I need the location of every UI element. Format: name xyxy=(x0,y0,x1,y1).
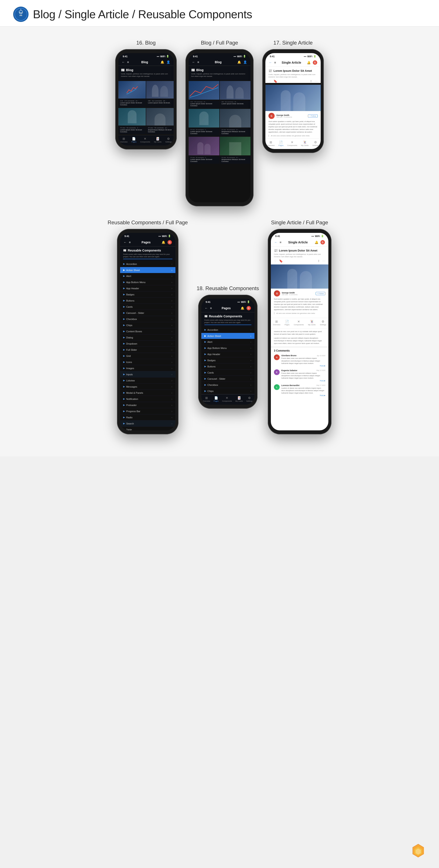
share-icon[interactable]: ⬆ xyxy=(310,80,312,83)
rc-item-grid[interactable]: ▶Grid › xyxy=(120,353,176,359)
r18-item-accordion[interactable]: ▶Accordion › xyxy=(201,327,254,333)
more-icon[interactable]: ⋯ xyxy=(315,80,318,83)
rc-item-listview[interactable]: ▶Listview › xyxy=(120,377,176,384)
saf-right-icons[interactable]: 🔔 G xyxy=(315,240,325,245)
right-icons-full[interactable]: 🔔 👤 xyxy=(237,60,247,64)
r18-item-app-bottom[interactable]: ▶App Bottom Menu › xyxy=(201,345,254,351)
sa-nav-mycards[interactable]: 🃏 My Cards xyxy=(301,141,309,146)
menu-icon-full[interactable]: ≡ xyxy=(197,60,199,64)
saf-more-icon[interactable]: ⋯ xyxy=(322,259,325,263)
rc-item-cards[interactable]: ▶Cards › xyxy=(120,304,176,310)
r18-item-alert[interactable]: ▶Alert › xyxy=(201,339,254,345)
menu-icon[interactable]: ≡ xyxy=(127,60,129,64)
r18-right-icons[interactable]: 🔔 G xyxy=(241,306,251,310)
r18-item-carousel[interactable]: ▶Carousel - Slider › xyxy=(201,376,254,382)
rc-right-icons[interactable]: 🔔 G xyxy=(162,240,172,245)
r18-nav-components[interactable]: ✕ Components xyxy=(222,396,232,402)
rc-item-app-header[interactable]: ▶App Header › xyxy=(120,285,176,291)
rc-item-buttons[interactable]: ▶Buttons › xyxy=(120,298,176,304)
r18-nav-pages[interactable]: 📄 Pages xyxy=(214,396,219,402)
rc-item-modal[interactable]: ▶Modal & Panels › xyxy=(120,390,176,396)
rc-item-inputs[interactable]: ▶Inputs › xyxy=(120,371,176,377)
saf-back-icon[interactable]: ← xyxy=(274,241,277,244)
left-icons-full[interactable]: ← ≡ xyxy=(192,60,199,64)
rc-item-chips[interactable]: ▶Chips › xyxy=(120,322,176,328)
saf-menu-icon[interactable]: ≡ xyxy=(280,241,281,244)
r18-item-buttons[interactable]: ▶Buttons › xyxy=(201,364,254,370)
saf-like-icon[interactable]: ♡ xyxy=(274,259,277,263)
saf-share-icon[interactable]: ⬆ xyxy=(317,259,320,263)
rc-item-badges[interactable]: ▶Badges › xyxy=(120,291,176,298)
r18-menu-icon[interactable]: ≡ xyxy=(210,306,212,310)
rc-item-action-sheet[interactable]: ▶Action Sheet › xyxy=(120,267,176,273)
sa-menu-icon[interactable]: ≡ xyxy=(274,61,276,64)
rc-item-content-boxes[interactable]: ▶Content Boxes › xyxy=(120,328,176,335)
rc-item-carousel[interactable]: ▶Carousel - Slider › xyxy=(120,310,176,316)
nav-overview[interactable]: ⊞ Overview xyxy=(120,137,128,143)
comment-1-reply[interactable]: Reply ▶ xyxy=(281,365,325,367)
r18-nav-settings[interactable]: ⚙ Settings xyxy=(246,396,253,402)
r18-nav-overview[interactable]: ⊞ Overview xyxy=(203,396,210,402)
rc-item-notification[interactable]: ▶Notification › xyxy=(120,396,176,402)
r18-nav-mycards[interactable]: 🃏 My Cards xyxy=(235,396,243,402)
rc-item-full-slider[interactable]: ▶Full Slider › xyxy=(120,347,176,353)
back-icon[interactable]: ← xyxy=(122,60,125,64)
sa-profile-icon[interactable]: G xyxy=(313,60,317,65)
rc-item-radio[interactable]: ▶Radio › xyxy=(120,414,176,421)
rc-item-messages[interactable]: ▶Messages › xyxy=(120,384,176,390)
nav-mycards[interactable]: 🃏 My Cards xyxy=(154,137,162,143)
r18-item-badges[interactable]: ▶Badges › xyxy=(201,357,254,364)
rc-item-progress-bar[interactable]: ▶Progress Bar › xyxy=(120,408,176,414)
sa-left-icons[interactable]: ← ≡ xyxy=(269,61,276,64)
rc-menu-icon[interactable]: ≡ xyxy=(129,241,131,244)
rc-item-dropdown[interactable]: ▶Dropdown › xyxy=(120,341,176,347)
r18-item-chips[interactable]: ▶Chips › xyxy=(201,388,254,394)
profile-icon-full[interactable]: 👤 xyxy=(243,60,247,64)
saf-follow-btn[interactable]: + Follow xyxy=(316,292,325,295)
profile-icon[interactable]: 👤 xyxy=(166,60,170,64)
rc-item-checkbox[interactable]: ▶Checkbox › xyxy=(120,316,176,322)
bookmark-icon[interactable]: 🔖 xyxy=(274,80,277,83)
notification-icon[interactable]: 🔔 xyxy=(160,60,164,64)
nav-settings[interactable]: ⚙ Settings xyxy=(165,137,171,143)
rc-back-icon[interactable]: ← xyxy=(124,241,127,244)
rc-item-alert[interactable]: ▶Alert › xyxy=(120,273,176,279)
sa-nav-settings[interactable]: ⚙ Settings xyxy=(312,141,319,146)
saf-bottom-nav-article[interactable]: ⊞ Overview 📄 Pages ✕ Components 🃏 xyxy=(271,318,328,328)
r18-bottom-nav[interactable]: ⊞ Overview 📄 Pages ✕ Components 🃏 xyxy=(201,394,254,405)
rc-item-search[interactable]: ▶Search › xyxy=(120,421,176,427)
rc-item-images[interactable]: ▶Images › xyxy=(120,365,176,371)
rc-item-icons[interactable]: ▶Icons › xyxy=(120,359,176,365)
r18-item-action-sheet[interactable]: ▶Action Sheet › xyxy=(201,333,254,339)
r18-item-cards[interactable]: ▶Cards › xyxy=(201,370,254,376)
follow-btn[interactable]: + Follow xyxy=(308,114,318,118)
r18-item-app-header[interactable]: ▶App Header › xyxy=(201,351,254,357)
rc-item-table[interactable]: ▶Table › xyxy=(120,427,176,430)
sa-right-icons[interactable]: 🔔 G xyxy=(307,60,317,65)
rc-item-dialog[interactable]: ▶Dialog › xyxy=(120,335,176,341)
comment-3-reply[interactable]: Reply ▶ xyxy=(281,395,325,396)
sa-nav-components[interactable]: ✕ Components xyxy=(287,141,297,146)
r18-left-icons[interactable]: ← ≡ xyxy=(205,306,212,310)
rc-item-app-bottom[interactable]: ▶App Bottom Menu › xyxy=(120,279,176,285)
saf-bookmark-icon[interactable]: 🔖 xyxy=(279,259,283,263)
notification-icon-full[interactable]: 🔔 xyxy=(237,60,241,64)
right-icons[interactable]: 🔔 👤 xyxy=(160,60,170,64)
saf-left-icons[interactable]: ← ≡ xyxy=(274,241,281,244)
comment-2-reply[interactable]: Reply ▶ xyxy=(281,380,325,382)
nav-pages[interactable]: 📄 Pages xyxy=(131,137,136,143)
r18-back-icon[interactable]: ← xyxy=(205,306,208,310)
rc-item-accordion[interactable]: ▶Accordion › xyxy=(120,261,176,267)
sa-notification-icon[interactable]: 🔔 xyxy=(307,61,311,64)
sa-nav-overview[interactable]: ⊞ Overview xyxy=(268,141,275,146)
sa-bottom-nav[interactable]: ⊞ Overview 📄 Pages ✕ Components 🃏 xyxy=(265,138,321,149)
back-icon-full[interactable]: ← xyxy=(192,60,195,64)
rc-left-icons[interactable]: ← ≡ xyxy=(124,241,131,244)
sa-nav-pages[interactable]: 📄 Pages xyxy=(279,141,284,146)
sa-back-icon[interactable]: ← xyxy=(269,61,272,64)
bottom-nav[interactable]: ⊞ Overview 📄 Pages ✕ Components 🃏 xyxy=(118,135,174,146)
nav-components[interactable]: ✕ Components xyxy=(140,137,150,143)
like-icon[interactable]: ♡ xyxy=(269,80,271,83)
rc-item-preloader[interactable]: ▶Preloader › xyxy=(120,402,176,408)
left-icons[interactable]: ← ≡ xyxy=(122,60,129,64)
